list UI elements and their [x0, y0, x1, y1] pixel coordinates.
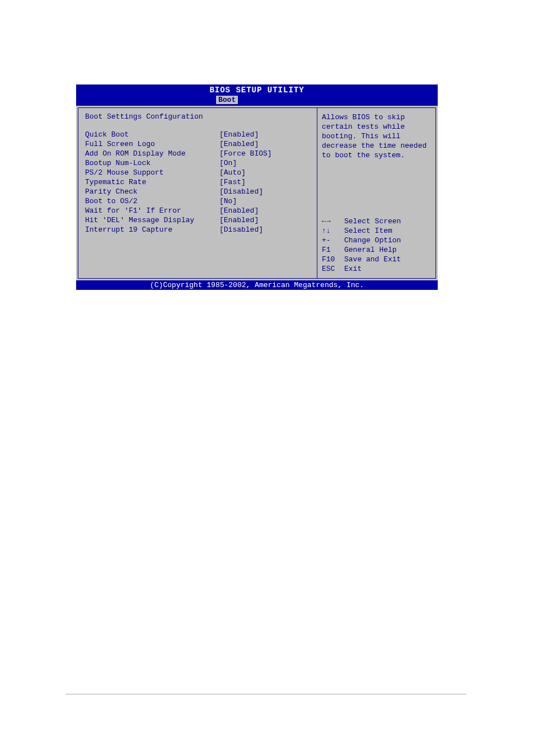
help-text: Allows BIOS to skip certain tests while …: [322, 112, 431, 160]
setting-label: Interrupt 19 Capture: [85, 225, 219, 234]
f10-key: F10: [322, 255, 344, 264]
key-action: Exit: [344, 264, 362, 274]
setting-value: [Fast]: [219, 177, 246, 187]
key-action: Select Item: [344, 226, 392, 236]
tab-bar: Boot: [76, 95, 438, 106]
arrows-lr-icon: ←→: [322, 217, 344, 226]
setting-label: Quick Boot: [85, 130, 219, 139]
esc-key: ESC: [322, 264, 344, 274]
setting-value: [Enabled]: [219, 215, 259, 225]
key-action: Change Option: [344, 236, 401, 245]
setting-label: Hit 'DEL' Message Display: [85, 215, 219, 225]
arrows-ud-icon: ↑↓: [322, 226, 344, 236]
setting-ps2-mouse[interactable]: PS/2 Mouse Support [Auto]: [85, 168, 310, 177]
setting-label: Add On ROM Display Mode: [85, 149, 219, 158]
setting-typematic-rate[interactable]: Typematic Rate [Fast]: [85, 177, 310, 187]
bios-window: BIOS SETUP UTILITY Boot Boot Settings Co…: [76, 84, 438, 290]
setting-full-screen-logo[interactable]: Full Screen Logo [Enabled]: [85, 139, 310, 149]
plus-minus-icon: +-: [322, 236, 344, 245]
setting-boot-to-os2[interactable]: Boot to OS/2 [No]: [85, 196, 310, 206]
setting-value: [Enabled]: [219, 206, 259, 215]
setting-quick-boot[interactable]: Quick Boot [Enabled]: [85, 130, 310, 139]
help-panel: Allows BIOS to skip certain tests while …: [317, 107, 436, 279]
key-select-screen: ←→ Select Screen: [322, 217, 431, 226]
divider: [65, 694, 466, 694]
key-save-exit: F10 Save and Exit: [322, 255, 431, 264]
f1-key: F1: [322, 245, 344, 255]
title-text: BIOS SETUP UTILITY: [209, 86, 304, 95]
setting-wait-f1[interactable]: Wait for 'F1' If Error [Enabled]: [85, 206, 310, 215]
setting-label: PS/2 Mouse Support: [85, 168, 219, 177]
setting-label: Boot to OS/2: [85, 196, 219, 206]
footer-text: (C)Copyright 1985-2002, American Megatre…: [150, 281, 364, 289]
key-exit: ESC Exit: [322, 264, 431, 274]
setting-value: [Disabled]: [219, 187, 263, 196]
setting-add-on-rom[interactable]: Add On ROM Display Mode [Force BIOS]: [85, 149, 310, 158]
setting-label: Parity Check: [85, 187, 219, 196]
setting-value: [On]: [219, 158, 237, 168]
key-action: Select Screen: [344, 217, 401, 226]
key-action: General Help: [344, 245, 397, 255]
content-area: Boot Settings Configuration Quick Boot […: [76, 106, 438, 280]
key-change-option: +- Change Option: [322, 236, 431, 245]
setting-bootup-numlock[interactable]: Bootup Num-Lock [On]: [85, 158, 310, 168]
key-general-help: F1 General Help: [322, 245, 431, 255]
setting-interrupt-19[interactable]: Interrupt 19 Capture [Disabled]: [85, 225, 310, 234]
section-title: Boot Settings Configuration: [85, 112, 310, 121]
key-hints: ←→ Select Screen ↑↓ Select Item +- Chang…: [322, 217, 431, 274]
setting-label: Bootup Num-Lock: [85, 158, 219, 168]
title-bar: BIOS SETUP UTILITY: [76, 84, 438, 95]
key-select-item: ↑↓ Select Item: [322, 226, 431, 236]
footer: (C)Copyright 1985-2002, American Megatre…: [76, 280, 438, 290]
setting-value: [No]: [219, 196, 237, 206]
setting-value: [Force BIOS]: [219, 149, 272, 158]
setting-value: [Enabled]: [219, 139, 259, 149]
settings-panel: Boot Settings Configuration Quick Boot […: [78, 107, 317, 279]
key-action: Save and Exit: [344, 255, 401, 264]
setting-hit-del[interactable]: Hit 'DEL' Message Display [Enabled]: [85, 215, 310, 225]
setting-value: [Auto]: [219, 168, 246, 177]
setting-value: [Disabled]: [219, 225, 263, 234]
setting-value: [Enabled]: [219, 130, 259, 139]
setting-label: Full Screen Logo: [85, 139, 219, 149]
setting-parity-check[interactable]: Parity Check [Disabled]: [85, 187, 310, 196]
tab-boot[interactable]: Boot: [216, 96, 238, 104]
setting-label: Typematic Rate: [85, 177, 219, 187]
setting-label: Wait for 'F1' If Error: [85, 206, 219, 215]
